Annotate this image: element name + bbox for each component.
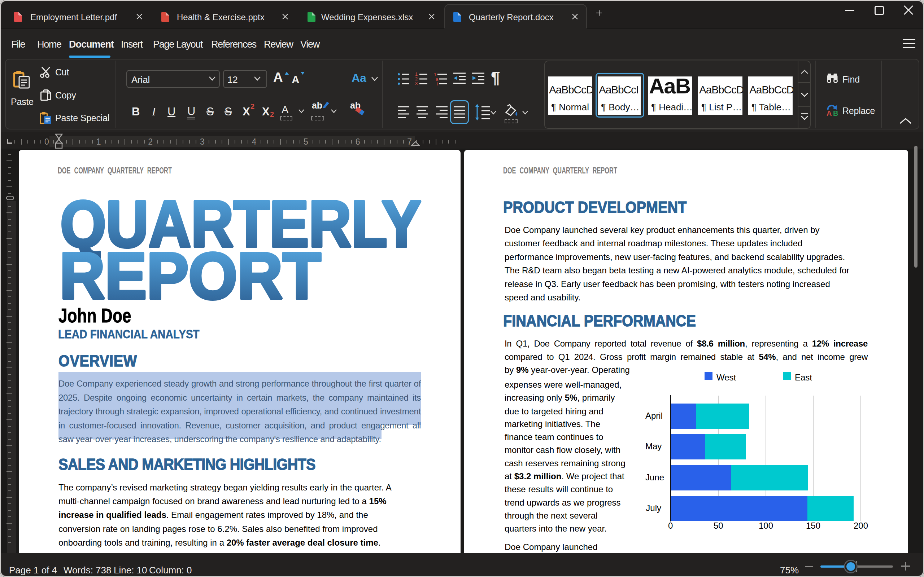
- svg-text:REPORT: REPORT: [60, 239, 321, 309]
- svg-text:3: 3: [415, 81, 418, 86]
- svg-text:B: B: [833, 109, 838, 116]
- svg-text:A: A: [827, 109, 832, 116]
- svg-text:i: i: [437, 81, 438, 86]
